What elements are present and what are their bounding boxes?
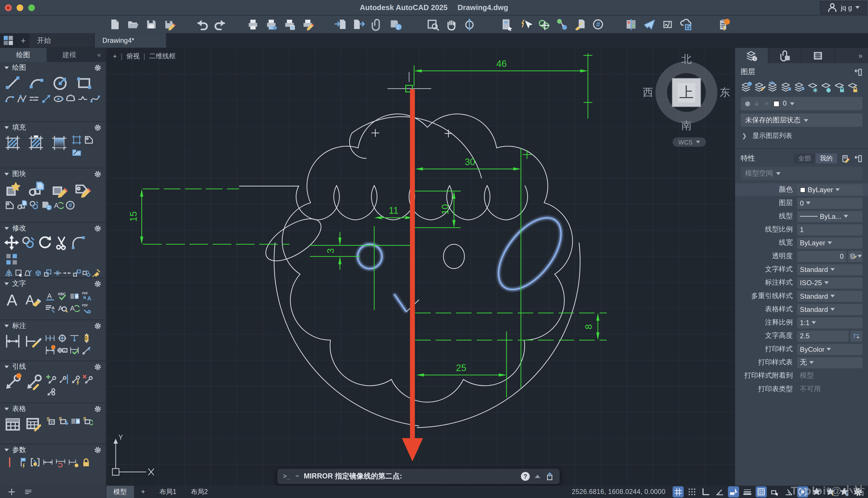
text-justify-icon[interactable]: A (45, 303, 55, 314)
command-line[interactable]: >_ MIRROR 指定镜像线的第二点: ? (277, 468, 560, 485)
dim-star-icon[interactable] (45, 345, 55, 356)
isolate-objects-toggle[interactable] (797, 486, 808, 497)
import-icon[interactable] (335, 18, 347, 30)
purge-icon[interactable] (574, 18, 586, 30)
block-insert-icon[interactable] (4, 181, 21, 198)
quick-select-icon[interactable] (519, 18, 531, 30)
new-layout-button[interactable]: + (134, 486, 152, 498)
layer-property-select[interactable]: 0 (797, 198, 863, 209)
constraint-bracket-icon[interactable] (30, 457, 40, 468)
ellipse-icon[interactable] (53, 94, 64, 104)
tab-xref[interactable] (769, 48, 802, 63)
mirror-icon[interactable] (4, 268, 13, 277)
viewport-controls[interactable]: + | 俯视 | 二维线框 (113, 51, 175, 61)
break-at-point-icon[interactable] (53, 268, 62, 277)
mleader-style-select[interactable]: Standard (797, 291, 863, 302)
constraint-line-icon[interactable] (4, 457, 15, 468)
constraint-linear-icon[interactable] (43, 457, 53, 468)
add-palette-icon[interactable] (8, 488, 15, 496)
array-icon[interactable] (4, 252, 19, 266)
multiline-icon[interactable] (29, 94, 39, 104)
tab-modeling[interactable]: 建模 (46, 48, 92, 62)
section-dimension-header[interactable]: 标注 (0, 320, 106, 332)
edit-properties-icon[interactable] (841, 154, 850, 162)
snap-mode-toggle[interactable] (686, 486, 697, 497)
redo-icon[interactable] (214, 18, 226, 30)
constraint-lock-icon[interactable] (81, 457, 92, 468)
command-options-icon[interactable] (295, 475, 299, 477)
undo-icon[interactable] (196, 18, 208, 30)
explode-icon[interactable] (33, 268, 42, 277)
help-button[interactable]: ? (521, 472, 530, 481)
select-similar-icon[interactable] (14, 268, 23, 277)
tab-start[interactable]: 开始 (29, 33, 95, 48)
text-find-icon[interactable]: A (57, 303, 68, 314)
polyline-icon[interactable] (17, 94, 27, 104)
compass-south[interactable]: 南 (650, 119, 722, 133)
wcs-control[interactable]: WCS (673, 137, 706, 147)
sweep-icon[interactable] (92, 268, 100, 277)
tab-draw[interactable]: 绘图 (0, 48, 46, 62)
dim-edit-icon[interactable] (24, 333, 41, 350)
compass-top-face[interactable]: 上 (672, 78, 701, 107)
pdf-settings-icon[interactable]: PDF (82, 303, 92, 314)
layer-off-icon[interactable] (820, 81, 831, 93)
layer-user-icon[interactable] (741, 81, 752, 93)
section-table-header[interactable]: 表格 (0, 403, 106, 415)
table-cell-style-icon[interactable]: A (70, 416, 81, 427)
space-select[interactable]: 模型空间 (741, 167, 862, 180)
gear-icon[interactable] (94, 363, 101, 370)
section-draw-header[interactable]: 绘图 (0, 62, 106, 74)
gear-icon[interactable] (94, 64, 101, 71)
polar-tracking-toggle[interactable] (714, 486, 725, 497)
hatch-icon[interactable] (4, 135, 21, 152)
constraint-bulb-icon[interactable] (68, 457, 79, 468)
attribute-edit-icon[interactable] (74, 181, 91, 198)
layer-states-select[interactable]: 未保存的图层状态 (741, 114, 862, 127)
filter-my-button[interactable]: 我的 (815, 153, 837, 163)
selected-objects[interactable] (358, 207, 573, 312)
attribute-sync-icon[interactable]: A (53, 200, 64, 210)
spell-check-icon[interactable]: ABC (57, 291, 68, 302)
match-properties-icon[interactable] (82, 268, 91, 277)
filter-all-button[interactable]: 全部 (794, 153, 815, 163)
offset-icon[interactable] (24, 268, 33, 277)
ltscale-input[interactable]: 1 (797, 224, 863, 235)
layer-unlock-icon[interactable] (847, 81, 858, 93)
measure-icon[interactable] (41, 94, 52, 104)
layer-previous-icon[interactable] (767, 81, 778, 93)
tag-icon[interactable] (83, 135, 94, 145)
section-modify-header[interactable]: 修改 (0, 223, 106, 234)
viewport-view-control[interactable]: 俯视 (126, 51, 139, 61)
dim-center-icon[interactable] (57, 333, 68, 343)
copy-icon[interactable] (21, 236, 35, 250)
constraint-sync-icon[interactable] (55, 457, 66, 468)
view-slate-icon[interactable] (662, 18, 674, 30)
breakline-icon[interactable] (78, 94, 88, 104)
dim-check-icon[interactable] (69, 345, 80, 356)
gear-icon[interactable] (94, 124, 101, 131)
dim-linear-icon[interactable] (4, 333, 21, 350)
transparency-bylayer-button[interactable] (848, 251, 863, 262)
hatch-tool-icon[interactable] (71, 147, 82, 157)
tab-layers[interactable]: i (735, 48, 769, 63)
section-block-header[interactable]: 图块 (0, 168, 106, 180)
point-cloud-icon[interactable] (556, 18, 568, 30)
join-icon[interactable] (63, 268, 71, 277)
lineweight-toggle[interactable] (742, 486, 753, 497)
circle-icon[interactable] (52, 75, 69, 91)
section-leader-header[interactable]: 引线 (0, 361, 106, 373)
action-recorder-icon[interactable] (717, 18, 729, 30)
tab-model[interactable]: 模型 (106, 486, 134, 498)
dim-jog-icon[interactable] (69, 333, 80, 343)
constraint-flag-icon[interactable] (17, 457, 28, 468)
block-create-icon[interactable] (28, 181, 44, 198)
print-icon[interactable] (247, 18, 259, 30)
pdf-import-text-icon[interactable]: PDFA (82, 291, 92, 302)
leader-collect-icon[interactable] (46, 386, 56, 397)
save-web-icon[interactable] (389, 18, 401, 30)
palette-menu-icon[interactable] (24, 488, 32, 496)
dim-ruler-icon[interactable] (82, 333, 92, 343)
rotate-icon[interactable] (38, 236, 52, 250)
text-height-input[interactable]: 2.5 (797, 330, 849, 341)
